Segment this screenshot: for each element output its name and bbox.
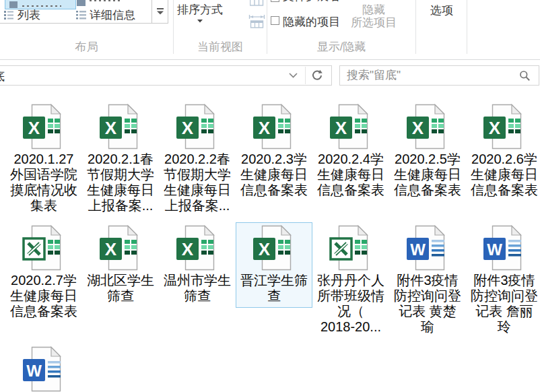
gallery-more-arrow-icon <box>157 8 164 15</box>
file-label: 附件3疫情 防控询问登 记表 詹丽 玲 <box>467 273 540 335</box>
file-label: 张丹丹个人 所带班级情 况（ 2018-20... <box>313 273 389 335</box>
file-item[interactable]: 2020.2.7学 生健康每日 信息备案表 <box>5 222 82 344</box>
options-button[interactable]: 选项 <box>417 3 467 18</box>
excel-file-icon: X <box>329 104 372 150</box>
hidden-items-label[interactable]: 隐藏的项目 <box>283 14 340 30</box>
sort-by-label: 排序方式 <box>177 3 223 16</box>
file-label: 湖北区学生 筛查 <box>83 273 158 304</box>
excel-legacy-file-icon <box>329 225 372 271</box>
file-item[interactable]: W 附件3疫情 防控询问登 记表 詹丽 玲 <box>466 222 540 344</box>
group-label-current-view: 当前视图 <box>174 39 267 55</box>
layout-gallery-more-button[interactable] <box>152 0 168 22</box>
cut-tiles-icon-fragment <box>77 0 86 6</box>
excel-legacy-file-icon <box>22 225 65 271</box>
chevron-down-icon <box>289 73 298 78</box>
excel-file-icon: X <box>99 104 142 150</box>
address-dropdown-button[interactable] <box>284 66 302 85</box>
svg-text:X: X <box>259 118 271 138</box>
file-item[interactable]: X 湖北区学生 筛查 <box>82 222 159 344</box>
file-label: 2020.2.5学 生健康每日 信息备案表 <box>390 152 465 198</box>
address-path: 底 <box>0 69 9 83</box>
file-item[interactable]: X 晋江学生筛 查 <box>236 222 312 344</box>
excel-file-icon: X <box>252 104 296 150</box>
cut-text-fragment <box>22 5 61 7</box>
svg-text:X: X <box>335 118 347 138</box>
file-item[interactable]: X 2020.2.1春 节假期大学 生健康每日 上报备案... <box>82 101 159 222</box>
excel-file-icon: X <box>22 104 65 150</box>
view-ribbon: 列表 详细信息 排序方式 <box>0 0 540 60</box>
add-columns-icon <box>250 0 264 6</box>
file-item[interactable]: X 2020.2.5学 生健康每日 信息备案表 <box>389 101 466 222</box>
group-divider <box>467 0 467 54</box>
svg-text:W: W <box>487 240 502 259</box>
excel-file-icon: X <box>483 104 526 150</box>
file-item[interactable]: X 温州市学生 筛查 <box>159 222 236 344</box>
file-label: 2020.2.3学 生健康每日 信息备案表 <box>236 152 312 198</box>
word-file-icon: W <box>406 225 449 271</box>
file-label: 附件3疫情 防控询问登 记表 黄楚 瑜 <box>390 273 465 335</box>
word-file-icon: W <box>22 346 65 392</box>
excel-file-icon: X <box>252 225 296 271</box>
group-label-layout: 布局 <box>0 39 173 55</box>
group-label-show-hide: 显示/隐藏 <box>267 39 415 55</box>
svg-text:W: W <box>26 362 42 380</box>
details-view-icon <box>76 10 86 20</box>
word-file-icon: W <box>483 225 526 271</box>
file-item[interactable]: W 附件3疫情 防控询问登 记表 黄楚 瑜 <box>389 222 466 344</box>
refresh-icon <box>311 69 323 81</box>
svg-text:X: X <box>412 118 424 138</box>
sort-by-button[interactable]: 排序方式 <box>174 2 226 23</box>
file-extensions-label[interactable]: 文件扩展名 <box>283 0 340 4</box>
file-label: 2020.2.1春 节假期大学 生健康每日 上报备案... <box>83 152 158 214</box>
file-item[interactable]: X 2020.1.27 外国语学院 摸底情况收 集表 <box>5 101 82 222</box>
excel-file-icon: X <box>99 225 142 271</box>
layout-gallery: 列表 详细信息 <box>0 0 168 24</box>
search-input[interactable] <box>339 65 539 86</box>
view-mode-list[interactable]: 列表 <box>4 8 40 22</box>
file-label: 2020.2.4学 生健康每日 信息备案表 <box>313 152 389 198</box>
file-item[interactable]: X 2020.2.2春 节假期大学 生健康每日 上报备案... <box>159 101 236 222</box>
chevron-down-icon <box>197 20 203 23</box>
file-extensions-checkbox[interactable] <box>271 0 279 2</box>
file-label: 2020.2.7学 生健康每日 信息备案表 <box>6 273 81 319</box>
file-label: 2020.2.2春 节假期大学 生健康每日 上报备案... <box>160 152 235 214</box>
excel-file-icon: X <box>176 104 219 150</box>
file-item[interactable]: X 2020.2.6学 生健康每日 信息备案表 <box>466 101 540 222</box>
size-all-columns-icon <box>248 15 265 28</box>
list-view-icon <box>4 10 14 20</box>
file-grid: X 2020.1.27 外国语学院 摸底情况收 集表 X 2020.2.1春 节… <box>5 101 540 392</box>
file-label: 2020.2.6学 生健康每日 信息备案表 <box>467 152 540 198</box>
file-item[interactable]: W <box>5 344 82 392</box>
svg-text:W: W <box>410 240 426 259</box>
excel-file-icon: X <box>176 225 219 271</box>
svg-text:X: X <box>259 239 271 259</box>
view-mode-details[interactable]: 详细信息 <box>76 8 135 22</box>
file-item[interactable]: 张丹丹个人 所带班级情 况（ 2018-20... <box>312 222 389 344</box>
file-item[interactable]: X 2020.2.4学 生健康每日 信息备案表 <box>312 101 389 222</box>
svg-text:X: X <box>105 239 117 259</box>
refresh-button[interactable] <box>307 66 327 85</box>
address-separator <box>305 67 306 84</box>
svg-text:X: X <box>105 118 117 138</box>
file-label: 2020.1.27 外国语学院 摸底情况收 集表 <box>6 152 81 214</box>
cut-icon-fragment <box>9 1 18 8</box>
cut-text-fragment <box>90 0 122 1</box>
excel-file-icon: X <box>406 104 449 150</box>
address-bar[interactable]: 底 <box>0 65 332 86</box>
hide-selected-items-button-disabled: 隐藏 所选项目 <box>339 3 409 29</box>
svg-text:X: X <box>182 239 194 259</box>
file-label: 温州市学生 筛查 <box>160 273 235 304</box>
group-divider <box>415 0 416 54</box>
svg-text:X: X <box>182 118 194 138</box>
svg-text:X: X <box>489 118 501 138</box>
hidden-items-checkbox[interactable] <box>271 16 279 25</box>
svg-text:X: X <box>28 118 40 138</box>
view-mode-details-label: 详细信息 <box>90 7 135 23</box>
view-mode-list-label: 列表 <box>18 7 40 23</box>
file-label: 晋江学生筛 查 <box>236 273 312 304</box>
file-item[interactable]: X 2020.2.3学 生健康每日 信息备案表 <box>236 101 312 222</box>
